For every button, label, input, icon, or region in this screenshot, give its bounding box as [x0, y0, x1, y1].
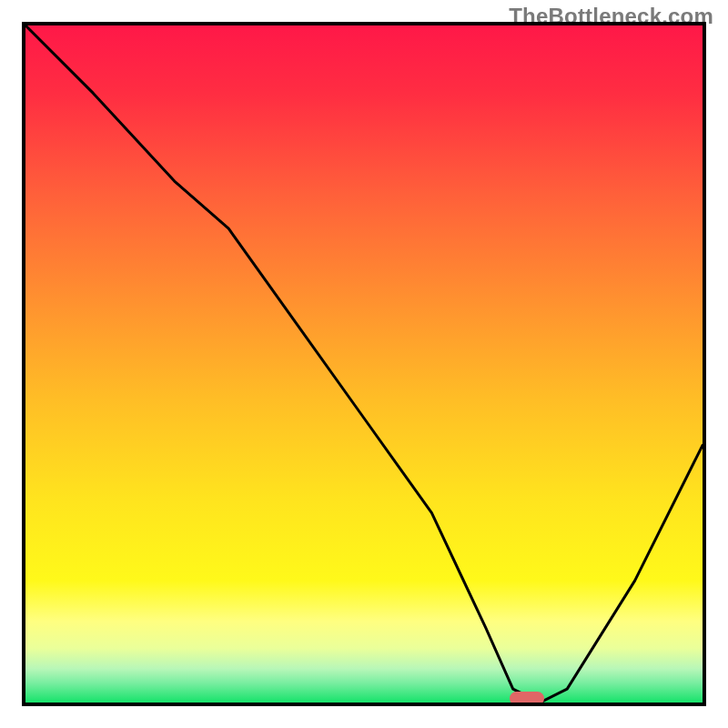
plot-area [22, 22, 706, 706]
optimal-marker [510, 692, 544, 705]
bottleneck-curve [25, 25, 703, 703]
chart-wrap: TheBottleneck.com [0, 0, 728, 728]
